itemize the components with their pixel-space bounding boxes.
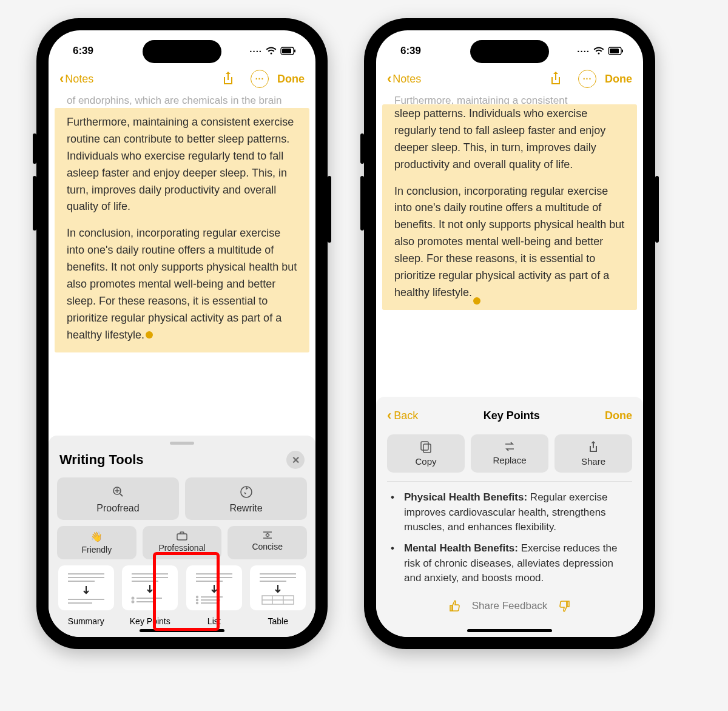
phone-mockup-right: 6:39 ···· ‹ Notes ··· Done (364, 18, 655, 649)
result-done-button[interactable]: Done (605, 409, 632, 422)
status-time: 6:39 (73, 45, 93, 57)
svg-rect-35 (610, 49, 619, 53)
keypoint-item: • Mental Health Benefits: Exercise reduc… (391, 541, 629, 586)
table-preview-icon (256, 571, 300, 605)
note-content-area: Furthermore, maintaining a consistent sl… (376, 93, 643, 637)
note-paragraph-2: In conclusion, incorporating regular exe… (67, 225, 297, 343)
keypoints-preview-icon (128, 571, 172, 605)
friendly-label: Friendly (81, 545, 112, 554)
svg-point-21 (197, 596, 198, 598)
dynamic-island (143, 40, 221, 63)
svg-rect-36 (622, 50, 623, 53)
screen-right: 6:39 ···· ‹ Notes ··· Done (376, 30, 643, 637)
home-indicator[interactable] (467, 629, 552, 632)
done-button[interactable]: Done (277, 73, 305, 86)
more-button[interactable]: ··· (251, 70, 269, 88)
battery-icon (280, 47, 296, 55)
result-back-label: Back (394, 409, 418, 422)
replace-icon (503, 440, 516, 453)
more-button[interactable]: ··· (578, 70, 596, 88)
note-content-area: of endorphins, which are chemicals in th… (49, 93, 315, 637)
rewrite-button[interactable]: Rewrite (185, 477, 307, 520)
result-back-button[interactable]: ‹ Back (387, 408, 418, 423)
selection-handle-icon[interactable] (473, 297, 480, 305)
friendly-button[interactable]: 👋 Friendly (57, 526, 136, 559)
share-icon (588, 440, 599, 454)
summary-card[interactable] (58, 565, 114, 610)
keypoints-label: Key Points (130, 616, 170, 626)
share-button[interactable] (549, 71, 567, 87)
selected-text[interactable]: Furthermore, maintaining a consistent ex… (55, 108, 309, 352)
chevron-left-icon: ‹ (387, 408, 391, 423)
note-paragraph-1: Furthermore, maintaining a consistent ex… (67, 114, 297, 215)
feedback-label[interactable]: Share Feedback (472, 600, 548, 612)
summary-preview-icon (64, 571, 108, 605)
screen-left: 6:39 ···· ‹ Notes ··· Done (49, 30, 315, 637)
sheet-grabber[interactable] (170, 442, 194, 445)
share-icon (221, 71, 235, 87)
proofread-icon (111, 485, 126, 499)
cellular-dots-icon: ···· (249, 46, 262, 56)
back-button[interactable]: ‹ Notes (59, 71, 93, 87)
faded-prev-text: of endorphins, which are chemicals in th… (49, 93, 315, 108)
concise-icon (262, 531, 273, 539)
selected-text[interactable]: sleep patterns. Individuals who exercise… (382, 104, 637, 310)
keypoints-result-sheet: ‹ Back Key Points Done Copy (376, 397, 643, 637)
summary-label: Summary (68, 616, 104, 626)
replace-button[interactable]: Replace (471, 434, 548, 473)
note-paragraph-1: sleep patterns. Individuals who exercise… (394, 106, 625, 174)
proofread-button[interactable]: Proofread (57, 477, 179, 520)
rewrite-icon (239, 485, 254, 499)
table-label: Table (268, 616, 288, 626)
keypoint-item: • Physical Health Benefits: Regular exer… (391, 490, 629, 535)
nav-bar: ‹ Notes ··· Done (49, 64, 315, 93)
faded-prev-text: Furthermore, maintaining a consistent (376, 93, 643, 104)
keypoint-title: Physical Health Benefits: (404, 491, 527, 503)
svg-rect-38 (421, 442, 428, 450)
list-label: List (207, 616, 221, 626)
professional-label: Professional (158, 543, 205, 553)
list-card[interactable] (186, 565, 242, 610)
concise-button[interactable]: Concise (228, 526, 307, 559)
status-right: ···· (249, 46, 296, 56)
ellipsis-circle-icon: ··· (251, 70, 269, 88)
share-icon (549, 71, 562, 87)
professional-button[interactable]: Professional (143, 526, 222, 559)
note-paragraph-2: In conclusion, incorporating regular exe… (394, 183, 625, 302)
thumbs-down-button[interactable] (558, 599, 571, 613)
list-preview-icon (192, 571, 236, 605)
friendly-icon: 👋 (90, 531, 103, 542)
back-label: Notes (65, 73, 93, 86)
svg-rect-1 (282, 49, 291, 53)
thumbs-up-button[interactable] (448, 599, 461, 613)
copy-button[interactable]: Copy (387, 434, 465, 473)
keypoint-title: Mental Health Benefits: (404, 542, 518, 554)
feedback-row: Share Feedback (387, 599, 632, 613)
close-icon: ✕ (292, 454, 300, 466)
back-button[interactable]: ‹ Notes (387, 71, 421, 87)
dynamic-island (470, 40, 549, 63)
wifi-icon (266, 47, 277, 55)
sheet-title: Writing Tools (59, 452, 144, 468)
selection-handle-icon[interactable] (146, 331, 153, 339)
share-action-button[interactable]: Share (554, 434, 632, 473)
svg-point-14 (132, 598, 134, 599)
svg-rect-37 (423, 444, 431, 453)
ellipsis-circle-icon: ··· (578, 70, 596, 88)
cellular-dots-icon: ···· (577, 46, 590, 56)
copy-icon (420, 440, 432, 454)
close-button[interactable]: ✕ (286, 451, 305, 469)
keypoints-card[interactable] (122, 565, 178, 610)
status-time: 6:39 (400, 45, 421, 57)
rewrite-label: Rewrite (229, 503, 262, 514)
writing-tools-sheet: Writing Tools ✕ Proofread (49, 436, 315, 637)
chevron-left-icon: ‹ (387, 71, 391, 87)
share-button[interactable] (221, 71, 240, 87)
concise-label: Concise (252, 542, 283, 551)
chevron-left-icon: ‹ (59, 71, 64, 87)
home-indicator[interactable] (140, 629, 224, 632)
replace-label: Replace (493, 455, 526, 465)
done-button[interactable]: Done (605, 73, 632, 86)
table-card[interactable] (250, 565, 306, 610)
bullet-icon: • (391, 490, 398, 535)
